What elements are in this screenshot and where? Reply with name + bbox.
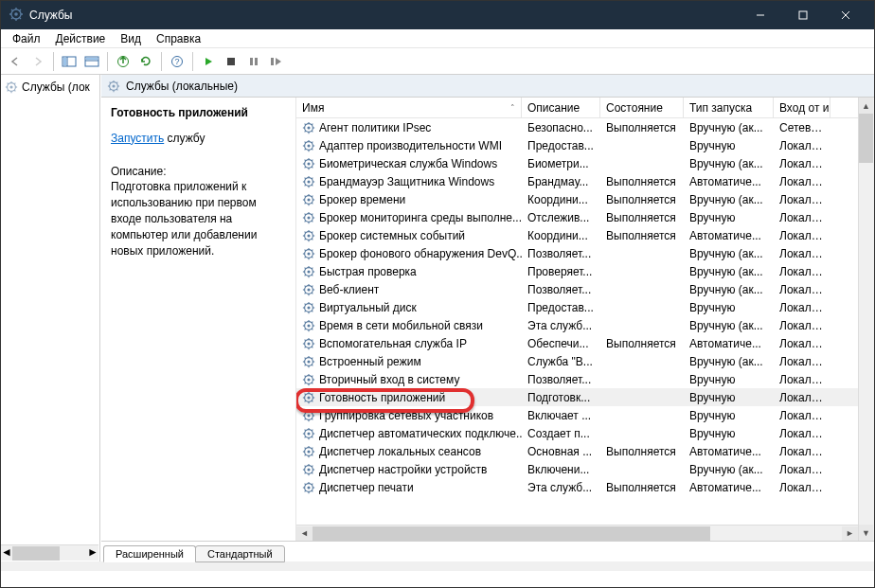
list-hscroll-right[interactable]: ► (842, 526, 858, 541)
tab-strip: Расширенный Стандартный (101, 541, 874, 561)
service-name-cell: Биометрическая служба Windows (319, 157, 497, 170)
service-start-cell: Вручную (684, 427, 774, 440)
show-hide-tree-button[interactable] (59, 51, 80, 72)
menu-help[interactable]: Справка (149, 30, 208, 47)
service-name-cell: Диспетчер печати (319, 481, 414, 494)
start-service-suffix: службу (164, 132, 205, 145)
service-row[interactable]: Брокер фонового обнаружения DevQ...Позво… (296, 244, 858, 262)
service-name-cell: Брокер мониторинга среды выполне... (319, 211, 522, 224)
service-desc-cell: Основная ... (522, 445, 600, 458)
service-logon-cell: Локальна (774, 337, 830, 350)
service-state-cell: Выполняется (600, 211, 684, 224)
right-body: Готовность приложений Запустить службу О… (101, 98, 874, 541)
service-row[interactable]: Веб-клиентПозволяет...Вручную (ак...Лока… (296, 280, 858, 298)
workspace: Службы (лок ◄ ► Службы (локальные) Готов… (1, 75, 874, 561)
col-logon-as[interactable]: Вход от и (774, 98, 830, 117)
service-icon (302, 157, 315, 170)
col-startup-type[interactable]: Тип запуска (684, 98, 774, 117)
service-row[interactable]: Диспетчер настройки устройствВключени...… (296, 460, 858, 478)
maximize-button[interactable] (781, 1, 824, 29)
service-state-cell: Выполняется (600, 229, 684, 242)
service-name-cell: Брокер системных событий (319, 229, 465, 242)
service-row[interactable]: Брокер времениКоордини...ВыполняетсяВруч… (296, 190, 858, 208)
list-vscroll-thumb[interactable] (859, 114, 873, 163)
service-icon (302, 265, 315, 278)
tree-root-services[interactable]: Службы (лок (3, 79, 99, 96)
forward-button[interactable] (27, 51, 48, 72)
service-desc-cell: Предостав... (522, 139, 600, 152)
service-state-cell: Выполняется (600, 121, 684, 134)
service-row[interactable]: Виртуальный дискПредостав...ВручнуюЛокал… (296, 298, 858, 316)
service-row[interactable]: Агент политики IPsecБезопасно...Выполняе… (296, 118, 858, 136)
tab-extended[interactable]: Расширенный (103, 545, 196, 562)
list-hscroll-track[interactable] (312, 526, 842, 541)
service-start-cell: Вручную (684, 301, 774, 314)
service-row[interactable]: Брандмауэр Защитника WindowsБрандмау...В… (296, 172, 858, 190)
service-desc-cell: Обеспечи... (522, 337, 600, 350)
service-row[interactable]: Готовность приложенийПодготовк...Вручную… (296, 388, 858, 406)
service-logon-cell: Локальна (774, 409, 830, 422)
left-hscroll-right[interactable]: ► (87, 545, 98, 561)
service-row[interactable]: Биометрическая служба WindowsБиометри...… (296, 154, 858, 172)
back-button[interactable] (5, 51, 26, 72)
properties-button[interactable] (81, 51, 102, 72)
service-name-cell: Встроенный режим (319, 355, 421, 368)
service-row[interactable]: Диспетчер локальных сеансовОсновная ...В… (296, 442, 858, 460)
tab-standard[interactable]: Стандартный (195, 545, 285, 562)
col-description[interactable]: Описание (522, 98, 600, 117)
service-name-cell: Время в сети мобильной связи (319, 319, 483, 332)
service-name-cell: Диспетчер локальных сеансов (319, 445, 481, 458)
service-name-cell: Группировка сетевых участников (319, 409, 493, 422)
svg-rect-24 (250, 58, 253, 65)
export-button[interactable] (113, 51, 134, 72)
service-row[interactable]: Встроенный режимСлужба "В...Вручную (ак.… (296, 352, 858, 370)
minimize-button[interactable] (739, 1, 781, 29)
service-icon (302, 319, 315, 332)
service-row[interactable]: Вторичный вход в системуПозволяет...Вруч… (296, 370, 858, 388)
service-icon (302, 283, 315, 296)
restart-service-button[interactable] (266, 51, 287, 72)
menu-action[interactable]: Действие (48, 30, 114, 47)
col-state[interactable]: Состояние (600, 98, 684, 117)
service-row[interactable]: Диспетчер печатиЭта служб...ВыполняетсяА… (296, 478, 858, 496)
service-row[interactable]: Быстрая проверкаПроверяет...Вручную (ак.… (296, 262, 858, 280)
service-logon-cell: Локальна (774, 283, 830, 296)
service-start-cell: Вручную (ак... (684, 355, 774, 368)
menu-bar: Файл Действие Вид Справка (1, 29, 874, 48)
service-row[interactable]: Брокер мониторинга среды выполне...Отсле… (296, 208, 858, 226)
left-hscroll-track[interactable] (12, 545, 87, 561)
service-row[interactable]: Диспетчер автоматических подключе...Созд… (296, 424, 858, 442)
service-row[interactable]: Адаптер производительности WMIПредостав.… (296, 136, 858, 154)
list-vscroll-track[interactable] (859, 114, 873, 525)
start-service-button[interactable] (198, 51, 219, 72)
left-hscroll-left[interactable]: ◄ (1, 545, 12, 561)
list-hscroll-thumb[interactable] (312, 526, 710, 541)
service-desc-cell: Предостав... (522, 301, 600, 314)
menu-file[interactable]: Файл (5, 30, 48, 47)
right-pane: Службы (локальные) Готовность приложений… (100, 75, 874, 561)
service-icon (302, 229, 315, 242)
service-logon-cell: Локальна (774, 265, 830, 278)
service-row[interactable]: Брокер системных событийКоордини...Выпол… (296, 226, 858, 244)
list-vscroll-up[interactable]: ▲ (859, 98, 873, 114)
left-hscroll-thumb[interactable] (12, 546, 60, 561)
service-row[interactable]: Вспомогательная служба IPОбеспечи...Выпо… (296, 334, 858, 352)
service-desc-cell: Включени... (522, 463, 600, 476)
service-row[interactable]: Время в сети мобильной связиЭта служб...… (296, 316, 858, 334)
service-logon-cell: Локальна (774, 157, 830, 170)
service-start-cell: Автоматиче... (684, 445, 774, 458)
help-button[interactable]: ? (167, 51, 188, 72)
start-service-link[interactable]: Запустить (111, 132, 164, 145)
detail-service-name: Готовность приложений (111, 105, 286, 121)
close-button[interactable] (824, 1, 866, 29)
service-desc-cell: Биометри... (522, 157, 600, 170)
refresh-button[interactable] (135, 51, 156, 72)
list-vscroll-down[interactable]: ▼ (859, 525, 873, 541)
stop-service-button[interactable] (221, 51, 241, 72)
service-row[interactable]: Группировка сетевых участниковВключает .… (296, 406, 858, 424)
col-name[interactable]: Имя˄ (296, 98, 522, 117)
list-hscroll-left[interactable]: ◄ (296, 526, 312, 541)
pause-service-button[interactable] (243, 51, 264, 72)
menu-view[interactable]: Вид (113, 30, 149, 47)
service-icon (302, 355, 315, 368)
